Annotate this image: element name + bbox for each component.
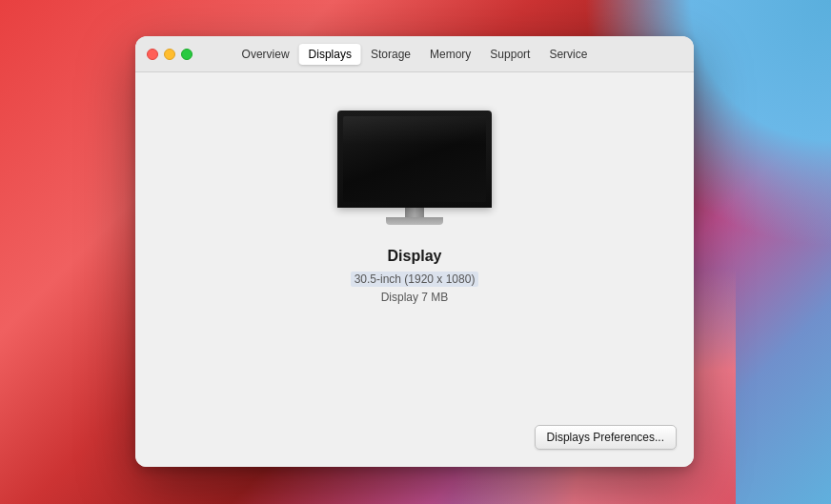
- display-name: Display: [388, 248, 442, 265]
- tab-memory[interactable]: Memory: [420, 44, 480, 65]
- monitor-screen-body: [337, 111, 492, 208]
- tab-displays[interactable]: Displays: [299, 44, 361, 65]
- close-button[interactable]: [147, 49, 158, 60]
- display-memory: Display 7 MB: [381, 289, 449, 307]
- monitor-stand-neck: [405, 208, 424, 217]
- title-bar: Overview Displays Storage Memory Support…: [135, 36, 694, 72]
- tab-overview[interactable]: Overview: [233, 44, 299, 65]
- minimize-button[interactable]: [164, 49, 175, 60]
- monitor-screen-shine: [343, 116, 486, 145]
- tab-bar: Overview Displays Storage Memory Support…: [233, 44, 598, 65]
- traffic-lights: [147, 49, 193, 60]
- window: Overview Displays Storage Memory Support…: [135, 36, 694, 467]
- displays-preferences-button[interactable]: Displays Preferences...: [535, 425, 677, 450]
- tab-storage[interactable]: Storage: [361, 44, 420, 65]
- monitor-stand-base: [386, 217, 443, 225]
- monitor-illustration: [337, 111, 492, 225]
- tab-service[interactable]: Service: [539, 44, 597, 65]
- resolution-text: 30.5-inch (1920 x 1080): [351, 272, 479, 287]
- maximize-button[interactable]: [181, 49, 193, 60]
- tab-support[interactable]: Support: [480, 44, 539, 65]
- preferences-button-area: Displays Preferences...: [535, 425, 677, 450]
- main-content: Display 30.5-inch (1920 x 1080) Display …: [135, 72, 694, 467]
- display-resolution: 30.5-inch (1920 x 1080): [351, 271, 479, 289]
